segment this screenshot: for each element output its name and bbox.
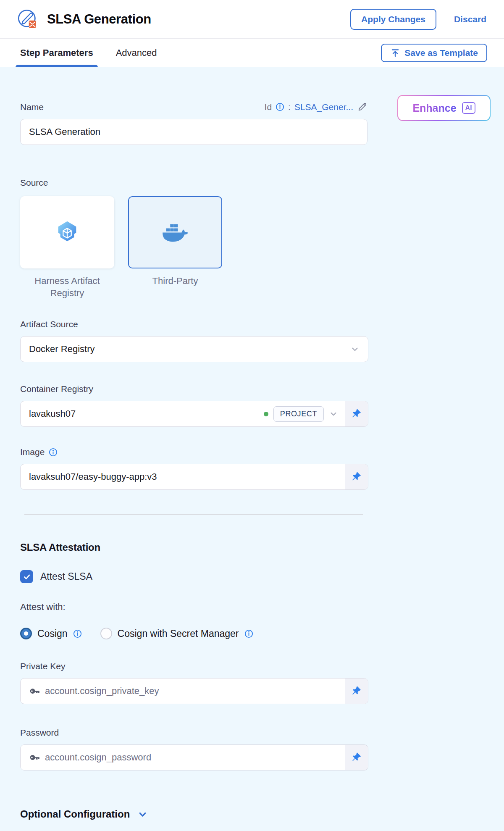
source-option-label-third-party: Third-Party — [128, 275, 222, 299]
pin-icon — [352, 409, 362, 419]
container-registry-pin-button[interactable] — [345, 401, 368, 426]
apply-changes-button[interactable]: Apply Changes — [350, 9, 436, 30]
artifact-source-select[interactable]: Docker Registry — [20, 336, 368, 362]
source-option-label-har: Harness Artifact Registry — [20, 275, 114, 299]
password-label: Password — [20, 728, 504, 738]
panel-header: SLSA Generation Apply Changes Discard — [0, 0, 504, 39]
harness-artifact-registry-icon — [54, 219, 80, 245]
save-as-template-button[interactable]: Save as Template — [381, 44, 487, 62]
step-parameters-panel: Enhance AI Name Id : SLSA_Gener... Sourc… — [0, 67, 504, 831]
scope-badge[interactable]: PROJECT — [273, 406, 324, 422]
step-id-value[interactable]: SLSA_Gener... — [294, 102, 353, 112]
source-label: Source — [20, 178, 504, 188]
container-registry-value[interactable]: lavakush07 — [29, 408, 259, 419]
image-input[interactable]: lavaksuh07/easy-buggy-app:v3 — [20, 464, 368, 490]
radio-option-cosign[interactable]: Cosign — [20, 628, 82, 639]
chevron-down-icon — [137, 809, 148, 820]
cosign-info-icon[interactable] — [73, 629, 82, 638]
slsa-attestation-heading: SLSA Attestation — [20, 542, 504, 553]
attest-with-label: Attest with: — [20, 602, 504, 613]
tab-advanced[interactable]: Advanced — [116, 39, 157, 67]
chevron-down-icon[interactable] — [329, 409, 338, 418]
cosign-secret-manager-info-icon[interactable] — [244, 629, 253, 638]
upload-icon — [390, 48, 400, 58]
password-input[interactable]: account.cosign_password — [20, 744, 368, 771]
name-input[interactable] — [20, 119, 368, 145]
image-value[interactable]: lavaksuh07/easy-buggy-app:v3 — [29, 471, 338, 482]
pin-icon — [352, 686, 362, 696]
radio-cosign-secret-manager[interactable] — [100, 628, 112, 639]
slsa-step-icon — [17, 8, 39, 30]
ai-badge: AI — [462, 102, 475, 114]
optional-configuration-label: Optional Configuration — [20, 808, 130, 820]
container-registry-input[interactable]: lavakush07 PROJECT — [20, 401, 368, 427]
connector-status-dot — [264, 412, 268, 416]
key-icon — [29, 752, 40, 763]
tab-bar: Step Parameters Advanced Save as Templat… — [0, 39, 504, 67]
pin-icon — [352, 472, 362, 482]
tab-step-parameters[interactable]: Step Parameters — [20, 39, 93, 67]
name-label: Name — [20, 102, 44, 112]
discard-button[interactable]: Discard — [454, 14, 486, 24]
artifact-source-label: Artifact Source — [20, 319, 504, 329]
private-key-value[interactable]: account.cosign_private_key — [45, 686, 338, 697]
private-key-pin-button[interactable] — [345, 678, 368, 704]
step-id-row: Id : SLSA_Gener... — [265, 102, 368, 112]
section-divider — [24, 514, 363, 515]
pin-icon — [352, 752, 362, 763]
image-label: Image — [20, 447, 45, 457]
private-key-label: Private Key — [20, 661, 504, 671]
radio-cosign[interactable] — [20, 628, 32, 639]
password-value[interactable]: account.cosign_password — [45, 752, 338, 763]
name-input-field[interactable] — [29, 126, 359, 137]
docker-icon — [162, 222, 189, 243]
private-key-input[interactable]: account.cosign_private_key — [20, 678, 368, 704]
attest-slsa-checkbox-row[interactable]: Attest SLSA — [20, 570, 504, 583]
id-label: Id — [265, 102, 272, 112]
container-registry-label: Container Registry — [20, 384, 504, 394]
source-card-third-party[interactable] — [128, 196, 222, 268]
id-info-icon[interactable] — [276, 103, 284, 111]
image-pin-button[interactable] — [345, 464, 368, 489]
image-info-icon[interactable] — [49, 448, 58, 457]
page-title: SLSA Generation — [47, 12, 151, 27]
enhance-ai-button[interactable]: Enhance AI — [397, 95, 491, 121]
chevron-down-icon — [350, 344, 360, 354]
attest-slsa-checkbox[interactable] — [20, 570, 33, 583]
attest-slsa-label: Attest SLSA — [40, 571, 92, 582]
password-pin-button[interactable] — [345, 745, 368, 770]
edit-id-button[interactable] — [357, 102, 368, 112]
enhance-label: Enhance — [412, 102, 456, 114]
optional-configuration-toggle[interactable]: Optional Configuration — [20, 808, 504, 820]
source-card-harness-artifact-registry[interactable] — [20, 196, 114, 268]
radio-option-cosign-secret-manager[interactable]: Cosign with Secret Manager — [100, 628, 253, 639]
key-icon — [29, 686, 40, 697]
